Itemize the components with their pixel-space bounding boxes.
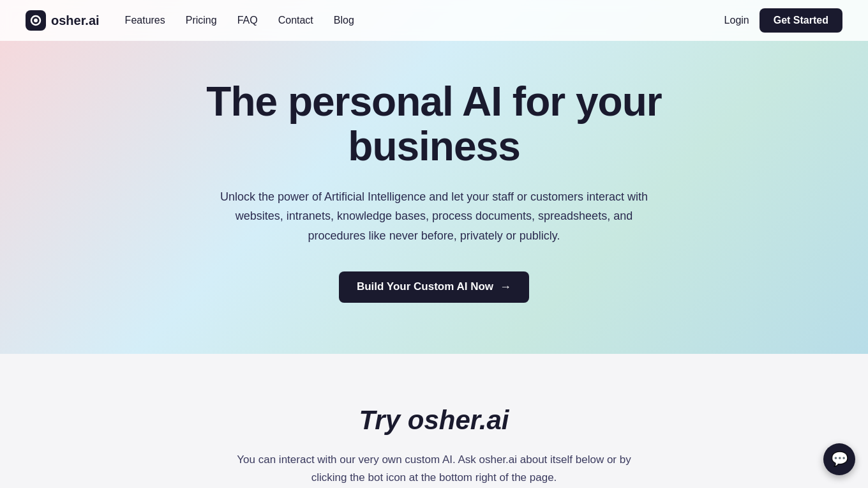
logo-text: osher.ai bbox=[51, 13, 100, 28]
try-title: Try osher.ai bbox=[26, 405, 842, 436]
navbar-right: Login Get Started bbox=[724, 8, 842, 33]
hero-section: The personal AI for your business Unlock… bbox=[0, 0, 868, 354]
cta-button[interactable]: Build Your Custom AI Now → bbox=[339, 271, 529, 303]
hero-subtitle: Unlock the power of Artificial Intellige… bbox=[211, 187, 657, 246]
try-subtitle: You can interact with our very own custo… bbox=[223, 451, 645, 488]
nav-links: Features Pricing FAQ Contact Blog bbox=[125, 15, 354, 26]
chat-widget-button[interactable]: 💬 bbox=[823, 443, 855, 475]
hero-title: The personal AI for your business bbox=[172, 79, 696, 169]
svg-point-2 bbox=[34, 19, 38, 22]
try-section: Try osher.ai You can interact with our v… bbox=[0, 354, 868, 488]
cta-label: Build Your Custom AI Now bbox=[357, 280, 493, 293]
nav-pricing[interactable]: Pricing bbox=[186, 15, 217, 26]
nav-contact[interactable]: Contact bbox=[278, 15, 313, 26]
navbar-left: osher.ai Features Pricing FAQ Contact Bl… bbox=[26, 10, 354, 31]
login-button[interactable]: Login bbox=[724, 15, 749, 26]
get-started-button[interactable]: Get Started bbox=[760, 8, 842, 33]
logo-link[interactable]: osher.ai bbox=[26, 10, 100, 31]
chat-widget-icon: 💬 bbox=[831, 451, 848, 468]
hero-content: The personal AI for your business Unlock… bbox=[147, 41, 721, 354]
try-title-brand: osher.ai bbox=[408, 405, 509, 435]
nav-blog[interactable]: Blog bbox=[334, 15, 354, 26]
logo-icon bbox=[26, 10, 46, 31]
nav-faq[interactable]: FAQ bbox=[237, 15, 258, 26]
navbar: osher.ai Features Pricing FAQ Contact Bl… bbox=[0, 0, 868, 41]
try-title-plain: Try bbox=[359, 405, 407, 435]
nav-features[interactable]: Features bbox=[125, 15, 165, 26]
cta-arrow-icon: → bbox=[500, 280, 511, 294]
